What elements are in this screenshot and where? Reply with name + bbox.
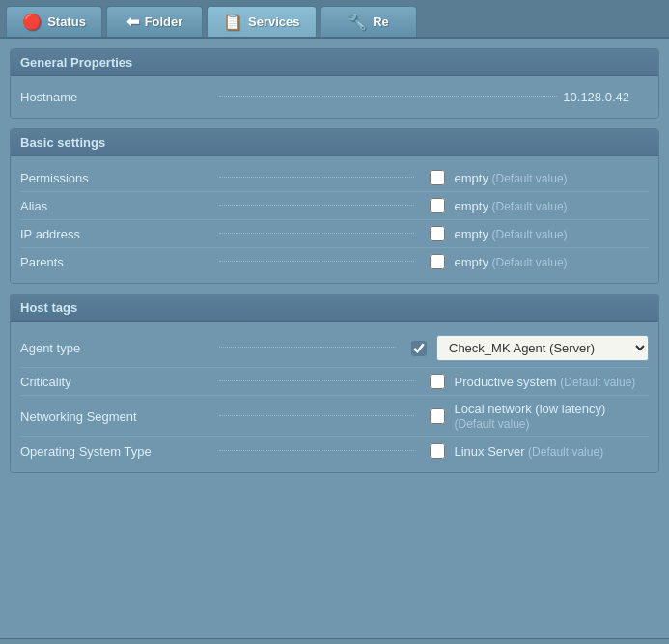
- ip-address-checkbox[interactable]: [430, 226, 445, 241]
- os-type-dots: [219, 450, 414, 451]
- ip-address-value: empty (Default value): [455, 227, 650, 241]
- section-general-title: General Properties: [20, 55, 132, 70]
- folder-icon: ⬅: [126, 13, 139, 31]
- re-icon: 🔧: [348, 13, 367, 31]
- section-basic-body: Permissions empty (Default value) Alias …: [11, 156, 658, 283]
- parents-label: Parents: [20, 255, 213, 269]
- alias-default: (Default value): [492, 200, 568, 213]
- tab-services-label: Services: [248, 14, 300, 29]
- permissions-checkbox[interactable]: [430, 170, 445, 185]
- hostname-value: 10.128.0.42: [563, 90, 649, 104]
- os-type-default: (Default value): [528, 445, 603, 459]
- section-basic-header: Basic settings: [11, 129, 658, 156]
- permissions-label: Permissions: [20, 171, 213, 185]
- tab-status-label: Status: [47, 14, 86, 29]
- services-icon: 📋: [223, 13, 242, 31]
- parents-row: Parents empty (Default value): [20, 248, 649, 275]
- tab-services[interactable]: 📋 Services: [207, 6, 317, 37]
- os-type-value: Linux Server (Default value): [455, 444, 650, 459]
- tab-re[interactable]: 🔧 Re: [321, 6, 417, 37]
- bottom-bar: Save & go to Services Save & Finish Dele…: [0, 638, 669, 644]
- alias-checkbox[interactable]: [430, 198, 445, 213]
- ip-address-label: IP address: [20, 227, 213, 241]
- tab-re-label: Re: [373, 14, 389, 29]
- networking-segment-row: Networking Segment Local network (low la…: [20, 396, 649, 437]
- criticality-default: (Default value): [560, 376, 635, 389]
- criticality-dots: [219, 380, 414, 381]
- alias-label: Alias: [20, 199, 213, 213]
- section-host-tags-title: Host tags: [20, 300, 77, 315]
- os-type-row: Operating System Type Linux Server (Defa…: [20, 437, 649, 464]
- parents-dots: [219, 261, 414, 262]
- section-general-header: General Properties: [11, 49, 658, 76]
- os-type-checkbox[interactable]: [430, 443, 445, 459]
- agent-type-row: Agent type Check_MK Agent (Server) SNMP …: [20, 329, 649, 368]
- networking-segment-checkbox[interactable]: [430, 408, 445, 424]
- permissions-value: empty (Default value): [455, 171, 650, 185]
- agent-type-select[interactable]: Check_MK Agent (Server) SNMP No Agent: [436, 335, 649, 361]
- networking-segment-default: (Default value): [455, 417, 530, 431]
- criticality-row: Criticality Productive system (Default v…: [20, 368, 649, 396]
- agent-type-checkbox[interactable]: [411, 341, 427, 356]
- agent-type-dots: [219, 347, 396, 348]
- section-host-tags-header: Host tags: [11, 294, 658, 322]
- ip-address-row: IP address empty (Default value): [20, 220, 649, 248]
- main-content: General Properties Hostname 10.128.0.42 …: [0, 39, 669, 638]
- tab-bar: 🔴 Status ⬅ Folder 📋 Services 🔧 Re: [0, 0, 669, 39]
- os-type-label: Operating System Type: [20, 444, 213, 459]
- section-host-tags: Host tags Agent type Check_MK Agent (Ser…: [10, 294, 659, 473]
- ip-address-default: (Default value): [492, 228, 568, 241]
- ip-address-dots: [219, 233, 414, 234]
- networking-segment-dots: [219, 415, 414, 416]
- agent-type-label: Agent type: [20, 341, 213, 355]
- tab-folder[interactable]: ⬅ Folder: [106, 6, 203, 37]
- parents-value: empty (Default value): [455, 255, 650, 269]
- networking-segment-value: Local network (low latency) (Default val…: [455, 402, 650, 431]
- section-general: General Properties Hostname 10.128.0.42: [10, 48, 659, 119]
- permissions-row: Permissions empty (Default value): [20, 164, 649, 192]
- section-basic-title: Basic settings: [20, 135, 105, 150]
- status-icon: 🔴: [22, 13, 42, 31]
- tab-folder-label: Folder: [145, 14, 183, 29]
- criticality-label: Criticality: [20, 375, 213, 389]
- criticality-value: Productive system (Default value): [455, 375, 650, 389]
- hostname-row: Hostname 10.128.0.42: [20, 84, 649, 110]
- section-general-body: Hostname 10.128.0.42: [11, 76, 658, 118]
- section-basic: Basic settings Permissions empty (Defaul…: [10, 128, 659, 284]
- parents-checkbox[interactable]: [430, 254, 445, 269]
- criticality-checkbox[interactable]: [430, 374, 445, 389]
- hostname-label: Hostname: [20, 90, 213, 104]
- permissions-dots: [219, 177, 414, 178]
- hostname-dots: [219, 96, 557, 97]
- tab-status[interactable]: 🔴 Status: [6, 6, 102, 37]
- networking-segment-label: Networking Segment: [20, 409, 213, 424]
- parents-default: (Default value): [492, 256, 568, 269]
- section-host-tags-body: Agent type Check_MK Agent (Server) SNMP …: [11, 322, 658, 472]
- alias-row: Alias empty (Default value): [20, 192, 649, 220]
- alias-value: empty (Default value): [455, 199, 650, 213]
- permissions-default: (Default value): [492, 172, 568, 185]
- alias-dots: [219, 205, 414, 206]
